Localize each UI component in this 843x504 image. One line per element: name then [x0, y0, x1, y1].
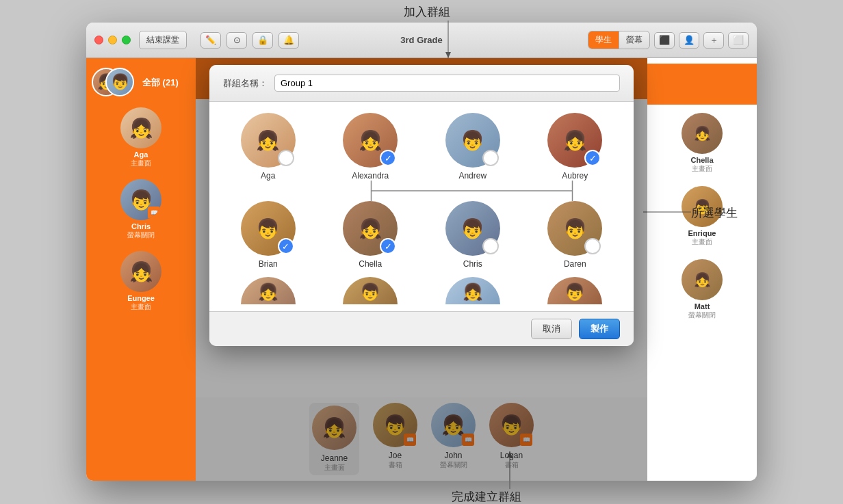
annotation-finish-create: 完成建立群組: [452, 489, 521, 504]
right-orange-bar: [647, 64, 757, 105]
tab-screen[interactable]: 螢幕: [619, 31, 649, 49]
toolbar-icon-1[interactable]: ✏️: [200, 32, 221, 49]
tree-connector: [220, 181, 623, 201]
student-avatar-daren: 👦: [547, 201, 602, 256]
student-name-chella: Chella: [359, 259, 382, 269]
right-chella-name: Chella: [690, 156, 713, 164]
sidebar-item-chris[interactable]: 👦 📖 Chris 螢幕關閉: [86, 176, 196, 243]
student-cell-john-partial[interactable]: 👧: [425, 277, 521, 304]
close-button[interactable]: [94, 36, 103, 44]
student-name-andrew: Andrew: [458, 171, 487, 181]
student-name-daren: Daren: [564, 259, 586, 269]
chella-check: ✓: [380, 238, 396, 254]
student-cell-daren[interactable]: 👦 Daren: [528, 201, 623, 269]
view-segment: 學生 螢幕: [588, 31, 650, 49]
cancel-button[interactable]: 取消: [531, 319, 572, 339]
student-avatar-alexandra: 👧 ✓: [343, 113, 398, 168]
right-matt-name: Matt: [695, 302, 710, 310]
aga-check: [278, 150, 294, 166]
daren-check: [584, 238, 601, 254]
student-name-aga: Aga: [261, 171, 275, 181]
student-avatar-aga: 👧: [241, 113, 296, 168]
student-cell-logan-partial[interactable]: 👦: [528, 277, 623, 304]
right-matt-status: 螢幕關閉: [688, 310, 716, 320]
student-cell-andrew[interactable]: 👦 Andrew: [425, 113, 521, 181]
right-panel: 👧 Chella 主畫面 👦 Enrique 主畫面: [647, 58, 757, 481]
maximize-button[interactable]: [122, 36, 131, 44]
sidebar-student-status-eungee: 主畫面: [131, 302, 151, 312]
student-cell-chella[interactable]: 👧 ✓ Chella: [323, 201, 419, 269]
student-name-brian: Brian: [259, 259, 278, 269]
sidebar-student-status-chris: 螢幕關閉: [127, 230, 155, 240]
toolbar-right: 學生 螢幕 ⬛ 👤 ＋ ⬜: [588, 31, 749, 49]
annotation-join-group: 加入群組: [404, 4, 450, 20]
sidebar-all-header[interactable]: 👧 👦 全部 (21): [86, 64, 196, 102]
sidebar-student-name-chris: Chris: [131, 222, 151, 230]
toolbar-person-icon[interactable]: 👤: [679, 32, 699, 49]
title-bar: 結束課堂 ✏️ ⊙ 🔒 🔔 3rd Grade 學生 螢幕 ⬛ 👤 ＋ ⬜: [86, 23, 757, 58]
student-cell-joe-partial[interactable]: 👦: [323, 277, 419, 304]
sidebar-item-aga[interactable]: 👧 Aga 主畫面: [86, 105, 196, 171]
toolbar-icon-4[interactable]: 🔔: [278, 32, 299, 49]
tab-students[interactable]: 學生: [588, 31, 619, 49]
student-cell-chris[interactable]: 👦 Chris: [425, 201, 521, 269]
main-content: 👧 👦 全部 (21) 👧 Aga 主畫面: [86, 58, 757, 481]
sidebar-item-eungee[interactable]: 👧 Eungee 主畫面: [86, 248, 196, 315]
sidebar-student-name-eungee: Eungee: [127, 294, 155, 302]
student-cell-jeanne-partial[interactable]: 👧: [220, 277, 316, 304]
student-name-chris: Chris: [463, 259, 482, 269]
right-enrique-status: 主畫面: [692, 237, 712, 247]
right-enrique-name: Enrique: [688, 229, 716, 237]
student-row-2: 👦 ✓ Brian 👧: [220, 201, 623, 269]
student-cell-aga[interactable]: 👧 Aga: [220, 113, 316, 181]
student-cell-brian[interactable]: 👦 ✓ Brian: [220, 201, 316, 269]
student-row-3: 👧 👦 👧: [220, 269, 623, 311]
sidebar-student-name-aga: Aga: [134, 150, 148, 159]
modal-student-grid: 👧 Aga 👧: [209, 102, 634, 311]
center-panel: 群組名稱： 👧: [196, 58, 647, 481]
andrew-check: [482, 150, 499, 166]
toolbar-plus-icon[interactable]: ＋: [703, 32, 724, 49]
student-avatar-andrew: 👦: [445, 113, 500, 168]
modal-overlay: 群組名稱： 👧: [196, 58, 647, 481]
student-name-alexandra: Alexandra: [352, 171, 389, 181]
chris-check: [482, 238, 499, 254]
student-avatar-chella: 👧 ✓: [343, 201, 398, 256]
toolbar-icon-3[interactable]: 🔒: [252, 32, 273, 49]
student-avatar-chris: 👦: [445, 201, 500, 256]
modal-footer: 取消 製作: [209, 311, 634, 346]
annotation-selected-student: 所選學生: [691, 205, 738, 221]
group-name-label: 群組名稱：: [223, 77, 268, 90]
student-avatar-aubrey: 👧 ✓: [547, 113, 602, 168]
end-class-button[interactable]: 結束課堂: [139, 31, 187, 49]
right-chella-status: 主畫面: [692, 164, 712, 174]
create-button[interactable]: 製作: [579, 319, 620, 339]
right-student-matt[interactable]: 👧 Matt 螢幕關閉: [650, 256, 754, 323]
sidebar: 👧 👦 全部 (21) 👧 Aga 主畫面: [86, 58, 196, 481]
minimize-button[interactable]: [108, 36, 117, 44]
aubrey-check: ✓: [584, 150, 601, 166]
tree-svg: [220, 181, 623, 201]
student-name-aubrey: Aubrey: [562, 171, 588, 181]
sidebar-student-status-aga: 主畫面: [131, 159, 151, 168]
toolbar-display-icon[interactable]: ⬜: [728, 32, 749, 49]
create-group-modal: 群組名稱： 👧: [209, 65, 634, 346]
student-cell-alexandra[interactable]: 👧 ✓ Alexandra: [323, 113, 419, 181]
modal-header: 群組名稱：: [209, 65, 634, 102]
brian-check: ✓: [278, 238, 294, 254]
sidebar-all-label: 全部 (21): [142, 77, 179, 89]
traffic-lights: [94, 36, 131, 44]
alexandra-check: ✓: [380, 150, 396, 166]
student-avatar-brian: 👦 ✓: [241, 201, 296, 256]
group-name-input[interactable]: [274, 75, 620, 92]
toolbar-share-icon[interactable]: ⬛: [654, 32, 675, 49]
right-student-chella[interactable]: 👧 Chella 主畫面: [650, 110, 754, 176]
toolbar-icon-2[interactable]: ⊙: [226, 32, 247, 49]
main-window: 結束課堂 ✏️ ⊙ 🔒 🔔 3rd Grade 學生 螢幕 ⬛ 👤 ＋ ⬜: [86, 23, 757, 481]
window-title: 3rd Grade: [400, 35, 442, 45]
student-row-1: 👧 Aga 👧: [220, 113, 623, 181]
student-cell-aubrey[interactable]: 👧 ✓ Aubrey: [528, 113, 623, 181]
window-title-area: 3rd Grade: [400, 35, 442, 45]
